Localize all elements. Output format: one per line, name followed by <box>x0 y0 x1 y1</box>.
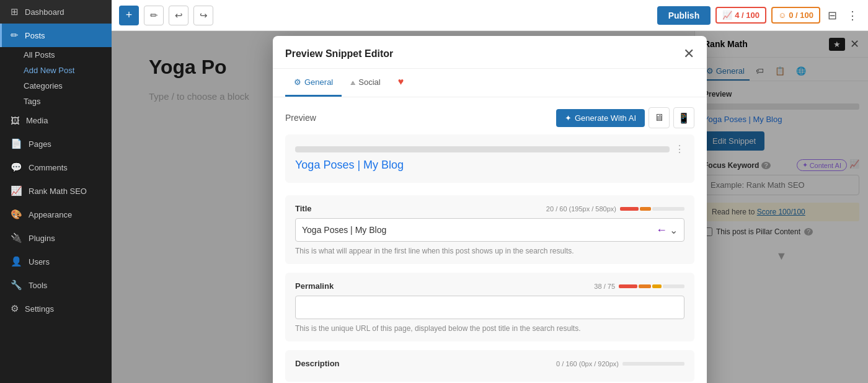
sidebar-item-label: Rank Math SEO <box>29 187 87 196</box>
edit-mode-button[interactable]: ✏ <box>144 6 164 25</box>
all-posts-link[interactable]: All Posts <box>24 47 112 63</box>
permalink-progress <box>619 284 684 288</box>
undo-button[interactable]: ↩ <box>169 6 188 25</box>
sidebar-item-rank-math[interactable]: 📈 Rank Math SEO <box>0 179 112 203</box>
title-field-meta: 20 / 60 (195px / 580px) <box>546 205 684 213</box>
heart-icon: ♥ <box>398 76 404 87</box>
description-char-count: 0 / 160 (0px / 920px) <box>556 360 619 368</box>
readability-icon: ☺ <box>778 11 786 20</box>
modal-close-button[interactable]: ✕ <box>683 46 694 62</box>
title-seg-2 <box>640 207 651 211</box>
description-field-label: Description <box>295 359 340 368</box>
readability-score-badge[interactable]: ☺ 0 / 100 <box>771 7 820 24</box>
description-progress <box>622 362 684 366</box>
sidebar: ⊞ Dashboard ✏ Posts All Posts Add New Po… <box>0 0 112 383</box>
desktop-view-button[interactable]: 🖥 <box>649 107 670 128</box>
title-input[interactable] <box>302 219 656 241</box>
generate-ai-button[interactable]: ✦ Generate With AI <box>556 109 645 127</box>
settings-toggle-button[interactable]: ⋮ <box>844 6 861 25</box>
pages-icon: 📄 <box>11 138 22 149</box>
preview-title-link[interactable]: Yoga Poses | My Blog <box>295 159 684 172</box>
seo-score-badge[interactable]: 📈 4 / 100 <box>715 7 766 24</box>
seo-score-icon: 📈 <box>722 11 732 20</box>
title-seg-1 <box>620 207 639 211</box>
sidebar-item-media[interactable]: 🖼 Media <box>0 109 112 132</box>
sidebar-item-label: Dashboard <box>25 7 64 17</box>
publish-button[interactable]: Publish <box>657 6 711 25</box>
modal-general-label: General <box>304 77 333 87</box>
sidebar-item-label: Media <box>26 116 48 125</box>
sidebar-item-label: Appearance <box>29 210 72 219</box>
sidebar-item-dashboard[interactable]: ⊞ Dashboard <box>0 0 112 24</box>
description-field-section: Description 0 / 160 (0px / 920px) <box>285 350 694 382</box>
sidebar-item-users[interactable]: 👤 Users <box>0 250 112 273</box>
categories-link[interactable]: Categories <box>24 78 112 94</box>
permalink-char-count: 38 / 75 <box>594 283 615 290</box>
permalink-field-label: Permalink <box>295 281 334 291</box>
title-char-count: 20 / 60 (195px / 580px) <box>546 205 616 213</box>
modal-social-icon: ⟁ <box>350 77 355 87</box>
redo-button[interactable]: ↪ <box>193 6 213 25</box>
preview-url-dots[interactable]: ⋮ <box>675 143 684 155</box>
title-arrow-icon: ← <box>656 224 667 237</box>
topbar: + ✏ ↩ ↪ Publish 📈 4 / 100 ☺ 0 / 100 ⊟ ⋮ <box>112 0 868 31</box>
permalink-seg-1 <box>619 284 637 288</box>
title-seg-3 <box>652 207 684 211</box>
posts-submenu: All Posts Add New Post Categories Tags <box>0 47 112 109</box>
modal-title: Preview Snippet Editor <box>285 48 683 59</box>
permalink-hint: This is the unique URL of this page, dis… <box>295 324 684 333</box>
posts-icon: ✏ <box>11 30 19 41</box>
modal-body: Preview ✦ Generate With AI 🖥 <box>273 97 707 383</box>
sidebar-item-label: Users <box>29 257 50 266</box>
sidebar-item-tools[interactable]: 🔧 Tools <box>0 273 112 297</box>
title-dropdown-icon[interactable]: ⌄ <box>670 224 678 236</box>
sidebar-item-settings[interactable]: ⚙ Settings <box>0 297 112 320</box>
main-area: + ✏ ↩ ↪ Publish 📈 4 / 100 ☺ 0 / 100 ⊟ ⋮ … <box>112 0 868 383</box>
sidebar-item-plugins[interactable]: 🔌 Plugins <box>0 226 112 250</box>
modal-general-icon: ⚙ <box>294 77 301 87</box>
sidebar-item-posts[interactable]: ✏ Posts <box>0 24 112 47</box>
desktop-icon: 🖥 <box>654 112 664 123</box>
modal-tab-general[interactable]: ⚙ General <box>285 69 342 97</box>
add-block-button[interactable]: + <box>119 6 139 25</box>
snippet-editor-modal: Preview Snippet Editor ✕ ⚙ General ⟁ Soc… <box>273 36 707 383</box>
permalink-input[interactable] <box>295 296 684 319</box>
modal-tab-heart[interactable]: ♥ <box>389 69 413 97</box>
mobile-view-button[interactable]: 📱 <box>673 107 694 128</box>
modal-tab-social[interactable]: ⟁ Social <box>342 69 389 97</box>
title-field-label: Title <box>295 204 312 213</box>
permalink-seg-4 <box>663 284 684 288</box>
seo-score-value: 4 / 100 <box>735 11 760 20</box>
rank-math-icon: 📈 <box>11 185 22 196</box>
title-input-row: ← ⌄ <box>295 218 684 242</box>
preview-card: ⋮ Yoga Poses | My Blog <box>285 134 694 183</box>
add-new-post-link[interactable]: Add New Post <box>24 63 112 78</box>
description-field-meta: 0 / 160 (0px / 920px) <box>556 360 684 368</box>
modal-tabs: ⚙ General ⟁ Social ♥ <box>273 69 707 97</box>
preview-section: Preview ✦ Generate With AI 🖥 <box>285 107 694 183</box>
description-field-header: Description 0 / 160 (0px / 920px) <box>295 359 684 368</box>
permalink-field-section: Permalink 38 / 75 <box>285 273 694 341</box>
title-hint: This is what will appear in the first li… <box>295 247 684 255</box>
sidebar-item-label: Tools <box>29 281 47 290</box>
readability-score-value: 0 / 100 <box>789 11 813 20</box>
media-icon: 🖼 <box>11 115 20 126</box>
tags-link[interactable]: Tags <box>24 94 112 109</box>
sidebar-item-pages[interactable]: 📄 Pages <box>0 132 112 156</box>
modal-overlay[interactable]: Preview Snippet Editor ✕ ⚙ General ⟁ Soc… <box>112 31 868 383</box>
preview-section-label: Preview <box>285 113 316 123</box>
description-seg-1 <box>622 362 684 366</box>
permalink-field-meta: 38 / 75 <box>594 283 684 290</box>
preview-section-header: Preview ✦ Generate With AI 🖥 <box>285 107 694 128</box>
title-progress <box>620 207 684 211</box>
settings-icon: ⚙ <box>11 303 19 314</box>
layout-toggle-button[interactable]: ⊟ <box>825 6 839 25</box>
modal-social-label: Social <box>358 77 380 87</box>
preview-actions: ✦ Generate With AI 🖥 📱 <box>556 107 694 128</box>
sidebar-item-label: Plugins <box>29 234 55 243</box>
sidebar-item-label: Posts <box>25 31 45 40</box>
sidebar-item-appearance[interactable]: 🎨 Appearance <box>0 203 112 226</box>
sidebar-item-comments[interactable]: 💬 Comments <box>0 156 112 179</box>
sidebar-item-label: Comments <box>29 163 68 172</box>
preview-url-bar: ⋮ <box>295 143 684 155</box>
